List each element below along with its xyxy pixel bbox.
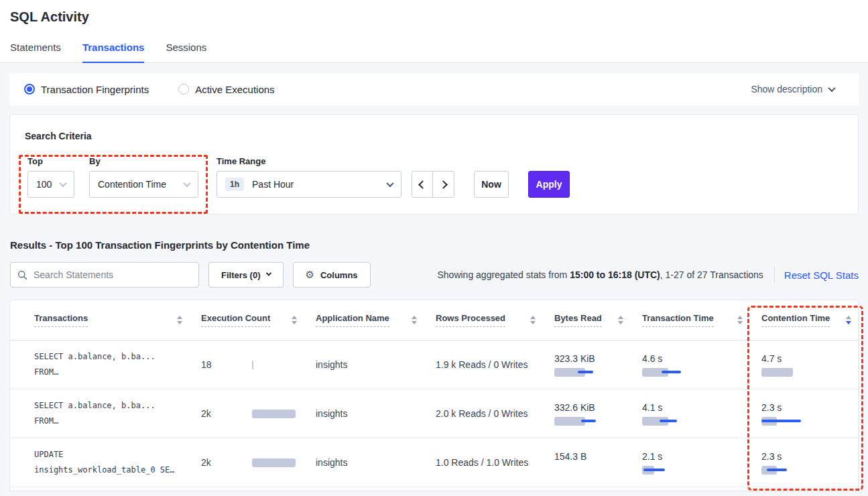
filters-button[interactable]: Filters (0) [208, 262, 284, 288]
column-header-transactions[interactable]: Transactions [34, 313, 201, 327]
radio-unselected-icon [178, 84, 189, 95]
sort-icon [618, 316, 623, 324]
bar-blue-line [581, 420, 596, 422]
radio-label: Transaction Fingerprints [41, 84, 149, 95]
query-line-2: FROM… [34, 365, 201, 380]
sort-up-icon [846, 316, 851, 319]
by-field-label: By [89, 156, 198, 166]
transaction-query-link[interactable]: SELECT a.balance, b.ba...FROM… [34, 398, 201, 429]
show-description-toggle[interactable]: Show description [751, 84, 844, 95]
contention-time-cell-value: 2.3 s [761, 451, 858, 462]
columns-button[interactable]: ⚙ Columns [293, 262, 371, 288]
transaction-time-cell-bar-chart [642, 417, 696, 426]
radio-selected-icon [24, 84, 35, 95]
column-header-transaction-time[interactable]: Transaction Time [642, 313, 761, 327]
page-header: SQL Activity Statements Transactions Ses… [0, 0, 868, 63]
sort-down-icon [412, 321, 417, 324]
tab-sessions[interactable]: Sessions [166, 42, 206, 63]
radio-label: Active Executions [195, 84, 274, 95]
sort-down-icon [292, 321, 297, 324]
contention-time-cell: 2.3 s [761, 451, 858, 475]
radio-transaction-fingerprints[interactable]: Transaction Fingerprints [24, 84, 149, 95]
filters-label: Filters (0) [221, 270, 261, 280]
execution-count-cell: 18 [201, 359, 316, 370]
execution-count-cell: 2k [201, 457, 316, 468]
time-range-label: Time Range [216, 156, 401, 166]
execution-count-bar-chart [252, 410, 299, 418]
contention-time-cell-value: 4.7 s [761, 353, 858, 364]
column-header-application-name[interactable]: Application Name [316, 313, 436, 327]
time-range-select[interactable]: 1h Past Hour [216, 171, 401, 198]
top-field-label: Top [27, 156, 74, 166]
chevron-down-icon [183, 180, 190, 187]
column-header-rows-processed[interactable]: Rows Processed [436, 313, 554, 327]
show-description-label: Show description [751, 84, 822, 95]
search-statements-box [10, 262, 199, 288]
transaction-time-cell-value: 4.6 s [642, 353, 761, 364]
column-header-contention-time[interactable]: Contention Time [761, 313, 858, 327]
sort-up-icon [292, 316, 297, 319]
top-select[interactable]: 100 [27, 171, 74, 198]
execution-count-cell: 2k [201, 408, 316, 419]
gear-icon: ⚙ [306, 269, 314, 281]
contention-time-cell: 4.7 s [761, 353, 858, 377]
table-body: SELECT a.balance, b.ba...FROM…18insights… [10, 340, 858, 487]
column-header-execution-count[interactable]: Execution Count [201, 313, 316, 327]
chevron-down-icon [828, 84, 835, 92]
tab-transactions[interactable]: Transactions [82, 42, 145, 63]
time-nav-group [412, 171, 454, 198]
execution-count-value: 2k [201, 408, 252, 419]
transaction-time-cell: 4.6 s [642, 353, 761, 377]
query-line-1: UPDATE [34, 447, 201, 462]
bar-gray [761, 368, 793, 377]
bar-gray [252, 458, 296, 467]
contention-time-cell-bar-chart [761, 368, 815, 377]
execution-count-bar-chart [252, 458, 299, 467]
sort-icon [846, 316, 851, 324]
bytes-read-cell-value: 332.6 KiB [554, 402, 642, 413]
application-name-cell: insights [316, 408, 436, 419]
tab-statements[interactable]: Statements [10, 42, 61, 63]
bytes-read-cell-value: 154.3 B [554, 451, 642, 462]
time-prev-button[interactable] [412, 172, 433, 197]
results-title: Results - Top 100 Transaction Fingerprin… [10, 239, 858, 251]
execution-count-bar-chart [252, 361, 299, 369]
table-row: UPDATEinsights_workload_table_0 SE…2kins… [10, 438, 858, 487]
bytes-read-cell-value: 323.3 KiB [554, 353, 642, 364]
divider [774, 266, 775, 284]
page-title: SQL Activity [10, 9, 858, 25]
top-select-value: 100 [36, 179, 52, 190]
bar-blue-line [643, 469, 665, 471]
column-header-label: Rows Processed [436, 313, 505, 327]
sort-icon [737, 316, 743, 324]
sort-up-icon [618, 316, 623, 319]
reset-sql-stats-link[interactable]: Reset SQL Stats [784, 269, 860, 281]
sort-icon [412, 316, 417, 324]
by-select[interactable]: Contention Time [89, 171, 198, 198]
radio-active-executions[interactable]: Active Executions [178, 84, 274, 95]
sort-icon [292, 316, 297, 324]
now-button[interactable]: Now [474, 171, 509, 198]
sort-icon [530, 316, 536, 324]
transaction-query-link[interactable]: SELECT a.balance, b.ba...FROM… [34, 349, 201, 380]
bytes-read-cell: 323.3 KiB [554, 353, 642, 377]
bar-blue-line [578, 371, 593, 373]
execution-count-value: 18 [201, 359, 252, 370]
transaction-query-link[interactable]: UPDATEinsights_workload_table_0 SE… [34, 447, 201, 478]
results-controls: Filters (0) ⚙ Columns Showing aggregated… [10, 262, 860, 288]
transaction-time-cell-bar-chart [642, 466, 696, 475]
top-field-group: Top 100 [27, 156, 74, 198]
time-next-button[interactable] [433, 172, 454, 197]
contention-time-cell-value: 2.3 s [761, 402, 858, 413]
column-header-bytes-read[interactable]: Bytes Read [554, 313, 642, 327]
bytes-read-cell-bar-chart [554, 368, 608, 377]
apply-button[interactable]: Apply [528, 171, 570, 198]
application-name-cell: insights [316, 359, 436, 370]
search-statements-input[interactable] [34, 269, 192, 280]
transaction-time-cell: 4.1 s [642, 402, 761, 426]
bar-gray [252, 410, 296, 418]
aggregated-stats-note: Showing aggregated stats from 15:00 to 1… [437, 269, 763, 280]
contention-time-cell: 2.3 s [761, 402, 858, 426]
column-header-label: Contention Time [761, 313, 830, 327]
chevron-down-icon [265, 270, 271, 275]
